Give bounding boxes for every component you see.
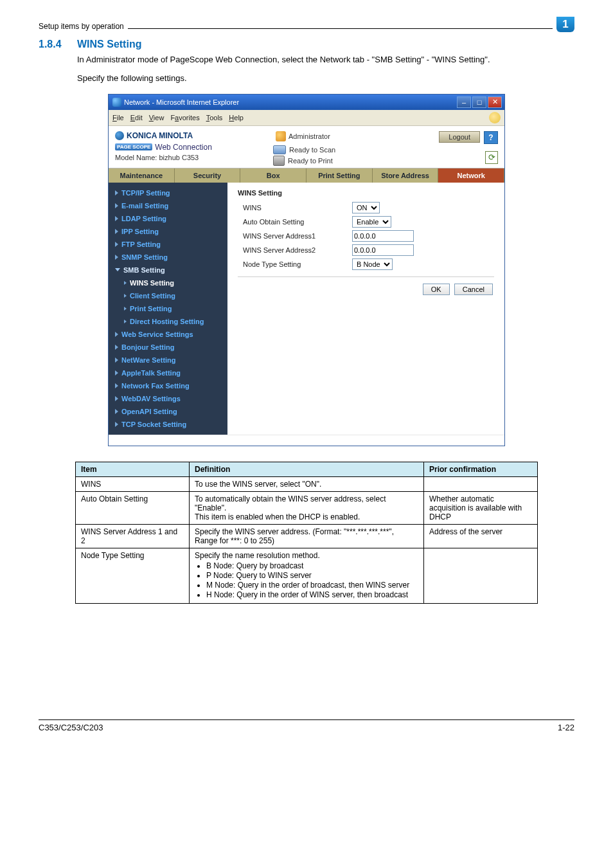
sidebar: TCP/IP Setting E-mail Setting LDAP Setti… bbox=[109, 183, 227, 435]
sidebar-sub-print[interactable]: Print Setting bbox=[109, 302, 227, 315]
list-item: M Node: Query in the order of broadcast,… bbox=[206, 581, 418, 590]
sidebar-item-ftp[interactable]: FTP Setting bbox=[109, 238, 227, 251]
header-rule bbox=[128, 28, 553, 29]
sidebar-item-ldap[interactable]: LDAP Setting bbox=[109, 212, 227, 225]
admin-text: Administrator bbox=[289, 132, 330, 140]
sidebar-item-netware[interactable]: NetWare Setting bbox=[109, 354, 227, 366]
ie-icon bbox=[112, 98, 121, 107]
tab-store-address[interactable]: Store Address bbox=[373, 168, 439, 183]
tab-network[interactable]: Network bbox=[438, 168, 504, 183]
wins-select[interactable]: ON bbox=[352, 202, 380, 213]
sidebar-item-web-service[interactable]: Web Service Settings bbox=[109, 328, 227, 341]
node-type-select[interactable]: B Node bbox=[352, 258, 393, 270]
wins-label: WINS bbox=[238, 204, 352, 212]
cell-prior: Address of the server bbox=[424, 524, 538, 548]
scanner-icon bbox=[273, 145, 286, 154]
sidebar-item-label: FTP Setting bbox=[121, 240, 161, 248]
menu-file[interactable]: File bbox=[112, 114, 124, 122]
tab-print-setting[interactable]: Print Setting bbox=[306, 168, 373, 183]
wins-addr1-input[interactable] bbox=[352, 230, 414, 242]
sidebar-item-bonjour[interactable]: Bonjour Setting bbox=[109, 341, 227, 354]
ok-button[interactable]: OK bbox=[423, 284, 450, 295]
menu-tools[interactable]: Tools bbox=[206, 114, 223, 122]
cancel-button[interactable]: Cancel bbox=[454, 284, 493, 295]
sidebar-sub-wins[interactable]: WINS Setting bbox=[109, 276, 227, 289]
cell-item: WINS Server Address 1 and 2 bbox=[76, 524, 190, 548]
web-connection-text: Web Connection bbox=[155, 143, 212, 152]
help-button[interactable]: ? bbox=[484, 131, 498, 144]
administrator-label: Administrator bbox=[276, 131, 330, 141]
ie-throbber-icon bbox=[489, 112, 501, 123]
cell-definition: To automatically obtain the WINS server … bbox=[190, 491, 424, 524]
sidebar-item-label: TCP/IP Setting bbox=[121, 189, 170, 197]
menu-view[interactable]: View bbox=[149, 114, 164, 122]
section-number: 1.8.4 bbox=[39, 39, 77, 50]
cell-definition: Specify the name resolution method. B No… bbox=[190, 548, 424, 603]
definition-table: Item Definition Prior confirmation WINS … bbox=[75, 462, 538, 604]
refresh-button[interactable]: ⟳ bbox=[485, 151, 498, 164]
table-row: Node Type Setting Specify the name resol… bbox=[76, 548, 538, 603]
sidebar-item-webdav[interactable]: WebDAV Settings bbox=[109, 392, 227, 405]
cell-item: Auto Obtain Setting bbox=[76, 491, 190, 524]
cell-prior bbox=[424, 476, 538, 491]
ready-to-scan: Ready to Scan bbox=[273, 145, 335, 154]
cell-definition: To use the WINS server, select "ON". bbox=[190, 476, 424, 491]
tab-maintenance[interactable]: Maintenance bbox=[109, 168, 175, 183]
sidebar-item-snmp[interactable]: SNMP Setting bbox=[109, 251, 227, 264]
sidebar-item-label: Web Service Settings bbox=[121, 330, 193, 338]
ie-titlebar: Network - Microsoft Internet Explorer – … bbox=[109, 95, 504, 110]
close-button[interactable]: ✕ bbox=[488, 96, 502, 108]
sidebar-item-openapi[interactable]: OpenAPI Setting bbox=[109, 405, 227, 418]
cell-prior bbox=[424, 548, 538, 603]
section-desc-2: Specify the following settings. bbox=[77, 73, 574, 85]
sidebar-sub-label: Print Setting bbox=[130, 305, 172, 312]
sidebar-item-tcpip[interactable]: TCP/IP Setting bbox=[109, 186, 227, 199]
sidebar-item-ipp[interactable]: IPP Setting bbox=[109, 225, 227, 238]
sidebar-item-label: WebDAV Settings bbox=[121, 395, 181, 402]
brand-text: KONICA MINOLTA bbox=[127, 131, 193, 140]
chapter-badge: 1 bbox=[556, 17, 574, 32]
ready-to-print: Ready to Print bbox=[273, 156, 333, 166]
wins-addr1-label: WINS Server Address1 bbox=[238, 232, 352, 240]
list-item: B Node: Query by broadcast bbox=[206, 561, 418, 570]
sidebar-item-network-fax[interactable]: Network Fax Setting bbox=[109, 379, 227, 392]
logout-button[interactable]: Logout bbox=[439, 131, 480, 143]
breadcrumb: Setup items by operation bbox=[39, 22, 124, 31]
list-item: P Node: Query to WINS server bbox=[206, 571, 418, 580]
sidebar-item-label: SMB Setting bbox=[123, 266, 165, 274]
wins-addr2-input[interactable] bbox=[352, 244, 414, 256]
ie-menubar: File Edit View Favorites Tools Help bbox=[109, 110, 504, 126]
sidebar-item-smb[interactable]: SMB Setting bbox=[109, 264, 227, 276]
sidebar-item-label: TCP Socket Setting bbox=[121, 420, 186, 428]
sidebar-item-label: E-mail Setting bbox=[121, 202, 168, 210]
cell-item: WINS bbox=[76, 476, 190, 491]
minimize-button[interactable]: – bbox=[457, 96, 471, 108]
sidebar-item-label: Network Fax Setting bbox=[121, 382, 190, 390]
sidebar-item-email[interactable]: E-mail Setting bbox=[109, 199, 227, 212]
tab-security[interactable]: Security bbox=[175, 168, 241, 183]
printer-icon bbox=[273, 156, 285, 166]
pagescope-badge: PAGE SCOPE bbox=[115, 143, 152, 150]
menu-help[interactable]: Help bbox=[229, 114, 244, 122]
sidebar-item-tcp-socket[interactable]: TCP Socket Setting bbox=[109, 418, 227, 431]
ie-window: Network - Microsoft Internet Explorer – … bbox=[108, 94, 505, 446]
tab-box[interactable]: Box bbox=[240, 168, 306, 183]
admin-icon bbox=[276, 131, 286, 141]
cell-item: Node Type Setting bbox=[76, 548, 190, 603]
maximize-button[interactable]: □ bbox=[472, 96, 486, 108]
sidebar-sub-direct-hosting[interactable]: Direct Hosting Setting bbox=[109, 315, 227, 328]
globe-icon bbox=[115, 131, 124, 140]
th-item: Item bbox=[76, 462, 190, 476]
menu-favorites[interactable]: Favorites bbox=[170, 114, 199, 122]
panel-title: WINS Setting bbox=[238, 189, 494, 197]
sidebar-item-appletalk[interactable]: AppleTalk Setting bbox=[109, 366, 227, 379]
section-desc-1: In Administrator mode of PageScope Web C… bbox=[77, 54, 574, 66]
menu-edit[interactable]: Edit bbox=[130, 114, 143, 122]
top-tabs: Maintenance Security Box Print Setting S… bbox=[109, 168, 504, 183]
sidebar-item-label: OpenAPI Setting bbox=[121, 408, 177, 415]
table-row: WINS Server Address 1 and 2 Specify the … bbox=[76, 524, 538, 548]
th-definition: Definition bbox=[190, 462, 424, 476]
sidebar-sub-client[interactable]: Client Setting bbox=[109, 289, 227, 302]
ready-print-text: Ready to Print bbox=[288, 157, 333, 165]
auto-obtain-select[interactable]: Enable bbox=[352, 216, 391, 228]
